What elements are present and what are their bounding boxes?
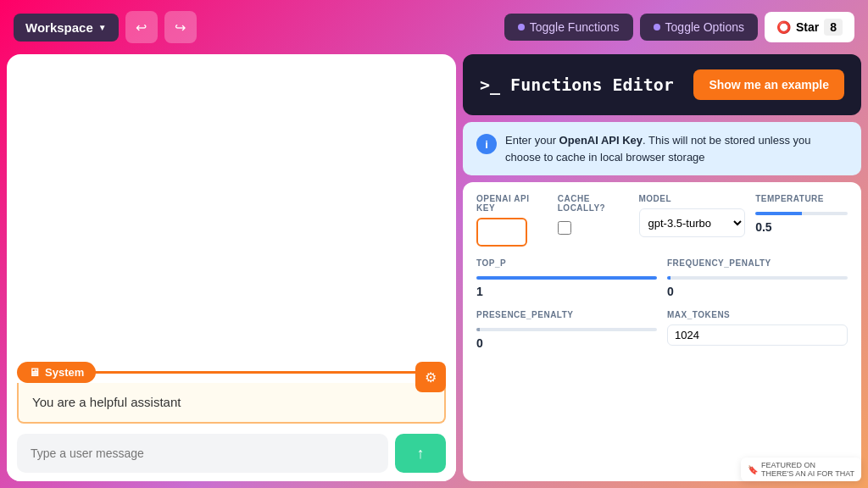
cache-locally-field: CACHE LOCALLY?: [558, 194, 629, 247]
toggle-functions-label: Toggle Functions: [530, 20, 620, 34]
options-row-1: OPENAI API KEY CACHE LOCALLY? MODEL gpt-…: [476, 194, 848, 247]
top-p-value: 1: [476, 285, 657, 298]
api-notice-text: Enter your OpenAI API Key. This will not…: [505, 132, 848, 165]
left-panel: 🖥 System ⚙ You are a helpful assistant ↑: [7, 54, 456, 481]
options-grid: OPENAI API KEY CACHE LOCALLY? MODEL gpt-…: [463, 182, 861, 481]
show-example-label: Show me an example: [709, 78, 829, 92]
show-example-button[interactable]: Show me an example: [693, 69, 844, 100]
system-content: You are a helpful assistant: [17, 383, 446, 424]
main-layout: 🖥 System ⚙ You are a helpful assistant ↑: [0, 54, 868, 488]
system-section: 🖥 System ⚙ You are a helpful assistant: [7, 362, 456, 424]
cache-checkbox[interactable]: [558, 221, 571, 235]
cache-label: CACHE LOCALLY?: [558, 194, 629, 213]
star-label: Star: [796, 20, 819, 34]
system-line: [92, 371, 446, 374]
model-select[interactable]: gpt-3.5-turbo gpt-4: [639, 208, 746, 237]
top-p-field: TOP_P 1: [476, 258, 657, 298]
presence-penalty-slider-track: [476, 328, 657, 331]
right-panel: >_ Functions Editor Show me an example i…: [463, 54, 861, 481]
frequency-penalty-field: FREQUENCY_PENALTY 0: [667, 258, 848, 298]
star-count: 8: [824, 19, 843, 36]
system-header: 🖥 System ⚙: [7, 362, 456, 383]
functions-title: >_ Functions Editor: [480, 75, 674, 95]
presence-penalty-value: 0: [476, 336, 657, 350]
watermark-icon: 🔖: [748, 465, 758, 474]
toggle-options-label: Toggle Options: [665, 20, 744, 34]
send-icon: ↑: [417, 445, 425, 463]
temperature-field: TEMPERATURE 0.5: [755, 194, 848, 247]
toggle-functions-button[interactable]: Toggle Functions: [504, 14, 633, 41]
redo-button[interactable]: ↪: [164, 11, 197, 43]
functions-title-text: >_ Functions Editor: [480, 75, 674, 95]
presence-penalty-slider-container: 0: [476, 324, 657, 350]
watermark: 🔖 FEATURED ONTHERE'S AN AI FOR THAT: [741, 458, 861, 481]
temperature-value: 0.5: [755, 220, 848, 234]
max-tokens-input[interactable]: [667, 324, 848, 346]
temperature-slider-track: [755, 212, 848, 215]
workspace-label: Workspace: [25, 20, 93, 35]
max-tokens-field: MAX_TOKENS: [667, 310, 848, 350]
openai-key-label: OPENAI API KEY: [476, 194, 548, 213]
info-icon: i: [476, 134, 497, 154]
top-p-label: TOP_P: [476, 258, 657, 268]
system-pill: 🖥 System: [17, 362, 96, 383]
top-p-slider-track: [476, 276, 657, 280]
undo-icon: ↩: [136, 19, 147, 36]
redo-icon: ↪: [175, 19, 186, 36]
top-p-slider-container: 1: [476, 273, 657, 298]
input-bar: ↑: [7, 425, 456, 481]
undo-button[interactable]: ↩: [125, 11, 158, 43]
frequency-penalty-slider-container: 0: [667, 273, 848, 298]
temperature-slider-container: 0.5: [755, 208, 848, 234]
toggle-functions-dot: [518, 24, 525, 30]
workspace-dropdown-icon: ▼: [98, 23, 107, 32]
star-button[interactable]: ⭕ Star 8: [765, 12, 854, 42]
toggle-options-button[interactable]: Toggle Options: [640, 14, 758, 41]
presence-penalty-field: PRESENCE_PENALTY 0: [476, 310, 657, 350]
frequency-penalty-slider-track: [667, 276, 848, 280]
options-row-2: TOP_P 1 FREQUENCY_PENALTY 0: [476, 258, 848, 298]
system-label: System: [45, 366, 84, 379]
system-message: You are a helpful assistant: [32, 395, 181, 409]
github-icon: ⭕: [776, 20, 791, 34]
system-settings-button[interactable]: ⚙: [415, 362, 446, 392]
model-field: MODEL gpt-3.5-turbo gpt-4: [639, 194, 746, 247]
options-row-3: PRESENCE_PENALTY 0 MAX_TOKENS: [476, 310, 848, 350]
frequency-penalty-label: FREQUENCY_PENALTY: [667, 258, 848, 268]
presence-penalty-label: PRESENCE_PENALTY: [476, 310, 657, 319]
frequency-penalty-value: 0: [667, 285, 848, 298]
topbar: Workspace ▼ ↩ ↪ Toggle Functions Toggle …: [0, 0, 868, 54]
functions-editor: >_ Functions Editor Show me an example: [463, 54, 861, 115]
toggle-options-dot: [654, 24, 660, 30]
chat-input[interactable]: [17, 434, 388, 473]
watermark-text: FEATURED ONTHERE'S AN AI FOR THAT: [761, 461, 854, 478]
model-label: MODEL: [639, 194, 746, 203]
temperature-label: TEMPERATURE: [755, 194, 848, 203]
openai-key-input[interactable]: [476, 218, 527, 247]
system-icon: 🖥: [29, 366, 40, 379]
api-notice: i Enter your OpenAI API Key. This will n…: [463, 122, 861, 175]
max-tokens-label: MAX_TOKENS: [667, 310, 848, 319]
workspace-button[interactable]: Workspace ▼: [14, 14, 119, 42]
settings-icon: ⚙: [425, 369, 437, 385]
send-button[interactable]: ↑: [395, 434, 446, 473]
openai-key-field: OPENAI API KEY: [476, 194, 548, 247]
